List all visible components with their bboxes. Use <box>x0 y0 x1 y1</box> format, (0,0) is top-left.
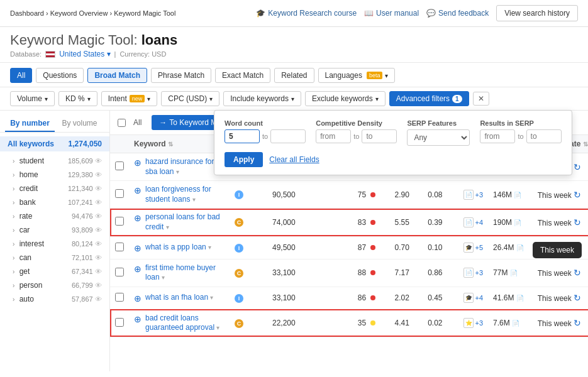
kd-filter-dropdown[interactable]: KD % <box>58 91 97 106</box>
row-checkbox[interactable] <box>115 161 124 170</box>
keyword-expand-icon[interactable]: ▾ <box>166 224 169 231</box>
all-keywords-row[interactable]: All keywords 1,274,050 <box>0 136 109 151</box>
chevron-down-icon <box>209 94 213 103</box>
chevron-down-icon <box>291 94 294 103</box>
eye-icon[interactable]: 👁 <box>95 185 102 192</box>
sidebar-item-rate[interactable]: › rate 94,476 👁 <box>0 209 109 223</box>
include-keywords-dropdown[interactable]: Include keywords <box>223 91 301 106</box>
select-all-checkbox[interactable] <box>118 119 126 127</box>
sidebar-tab-by-volume[interactable]: By volume <box>55 116 104 132</box>
results-to-input[interactable] <box>526 129 562 143</box>
tab-phrase-match[interactable]: Phrase Match <box>151 68 211 83</box>
row-checkbox[interactable] <box>115 293 124 302</box>
country-selector[interactable]: United States ▾ <box>59 50 110 58</box>
refresh-update-icon[interactable]: ↻ <box>574 318 581 328</box>
sf-plus-icon[interactable]: +3 <box>475 269 483 276</box>
sf-plus-icon[interactable]: +4 <box>475 219 483 226</box>
sidebar-item-interest[interactable]: › interest 80,124 👁 <box>0 237 109 251</box>
keyword-expand-icon[interactable]: ▾ <box>216 324 219 331</box>
keyword-link[interactable]: hazard insurance for sba loan <box>145 157 214 176</box>
row-checkbox[interactable] <box>115 268 124 276</box>
user-manual-link[interactable]: 📖 User manual <box>364 9 419 18</box>
cpc-filter-dropdown[interactable]: CPC (USD) <box>161 91 219 106</box>
keyword-link[interactable]: loan forgiveness for student loans <box>145 185 211 204</box>
keyword-expand-icon[interactable]: ▾ <box>162 274 165 281</box>
keyword-link[interactable]: personal loans for bad credit <box>145 212 220 231</box>
sort-icon[interactable]: ⇅ <box>583 141 588 148</box>
refresh-update-icon[interactable]: ↻ <box>574 243 581 253</box>
add-keyword-icon[interactable]: ⊕ <box>134 264 141 274</box>
results-from-input[interactable] <box>480 129 515 143</box>
refresh-update-icon[interactable]: ↻ <box>574 268 581 278</box>
refresh-update-icon[interactable]: ↻ <box>574 293 581 303</box>
eye-icon[interactable]: 👁 <box>95 254 102 261</box>
keyword-expand-icon[interactable]: ▾ <box>192 196 196 203</box>
refresh-update-icon[interactable]: ↻ <box>574 217 581 227</box>
add-keyword-icon[interactable]: ⊕ <box>134 213 141 223</box>
sf-plus-icon[interactable]: +3 <box>475 191 483 199</box>
view-search-history-button[interactable]: View search history <box>496 5 578 21</box>
sidebar-tab-by-number[interactable]: By number <box>5 116 55 132</box>
eye-icon[interactable]: 👁 <box>95 157 102 165</box>
intent-filter-dropdown[interactable]: Intent new <box>101 91 158 106</box>
eye-icon[interactable]: 👁 <box>95 268 102 275</box>
tab-related[interactable]: Related <box>274 68 314 83</box>
eye-icon[interactable]: 👁 <box>95 295 102 303</box>
sidebar-item-bank[interactable]: › bank 107,241 👁 <box>0 195 109 209</box>
row-checkbox[interactable] <box>115 217 124 226</box>
refresh-update-icon[interactable]: ↻ <box>574 162 581 172</box>
eye-icon[interactable]: 👁 <box>95 240 102 248</box>
eye-icon[interactable]: 👁 <box>95 199 102 206</box>
sidebar-item-get[interactable]: › get 67,341 👁 <box>0 265 109 278</box>
sidebar-item-home[interactable]: › home 129,380 👁 <box>0 168 109 182</box>
eye-icon[interactable]: 👁 <box>95 212 102 220</box>
sort-icon[interactable]: ⇅ <box>168 141 173 148</box>
keyword-link[interactable]: what is an fha loan <box>145 293 208 302</box>
sidebar-item-can[interactable]: › can 72,101 👁 <box>0 251 109 265</box>
cd-from-input[interactable] <box>316 129 351 143</box>
keyword-research-link[interactable]: 🎓 Keyword Research course <box>256 9 357 18</box>
add-keyword-icon[interactable]: ⊕ <box>134 314 141 324</box>
eye-icon[interactable]: 👁 <box>95 226 102 234</box>
row-checkbox[interactable] <box>115 243 124 251</box>
keyword-link[interactable]: bad credit loans guaranteed approval <box>145 314 214 332</box>
keyword-expand-icon[interactable]: ▾ <box>176 168 179 175</box>
add-keyword-icon[interactable]: ⊕ <box>134 158 141 168</box>
word-count-from-input[interactable] <box>225 129 260 143</box>
keyword-expand-icon[interactable]: ▾ <box>208 244 211 251</box>
add-keyword-icon[interactable]: ⊕ <box>134 293 141 303</box>
keyword-link[interactable]: what is a ppp loan <box>145 243 206 251</box>
cd-to-input[interactable] <box>362 129 397 143</box>
sidebar-item-auto[interactable]: › auto 57,867 👁 <box>0 292 109 306</box>
sidebar-item-person[interactable]: › person 66,799 👁 <box>0 278 109 292</box>
sf-plus-icon[interactable]: +3 <box>475 319 483 327</box>
keyword-expand-icon[interactable]: ▾ <box>210 294 213 301</box>
sidebar-item-credit[interactable]: › credit 121,340 👁 <box>0 182 109 195</box>
add-keyword-icon[interactable]: ⊕ <box>134 185 141 195</box>
row-checkbox[interactable] <box>115 318 124 327</box>
clear-all-fields-button[interactable]: Clear all Fields <box>269 155 319 164</box>
languages-dropdown[interactable]: Languages beta <box>318 68 396 83</box>
send-feedback-link[interactable]: 💬 Send feedback <box>426 9 489 18</box>
add-keyword-icon[interactable]: ⊕ <box>134 243 141 253</box>
sidebar-item-student[interactable]: › student 185,609 👁 <box>0 154 109 168</box>
tab-all[interactable]: All <box>10 68 32 83</box>
advanced-filters-button[interactable]: Advanced filters 1 <box>389 91 469 106</box>
tab-questions[interactable]: Questions <box>36 68 84 83</box>
refresh-update-icon[interactable]: ↻ <box>574 190 581 200</box>
sf-plus-icon[interactable]: +5 <box>475 244 483 251</box>
eye-icon[interactable]: 👁 <box>95 171 102 178</box>
sidebar-item-car[interactable]: › car 93,809 👁 <box>0 223 109 237</box>
sf-plus-icon[interactable]: +4 <box>475 294 483 302</box>
tab-exact-match[interactable]: Exact Match <box>215 68 270 83</box>
apply-button[interactable]: Apply <box>225 152 263 167</box>
tab-broad-match[interactable]: Broad Match <box>87 68 147 83</box>
serp-features-select[interactable]: Any <box>407 129 470 146</box>
eye-icon[interactable]: 👁 <box>95 281 102 289</box>
keyword-link[interactable]: first time home buyer loan <box>145 263 216 282</box>
word-count-to-input[interactable] <box>270 129 306 143</box>
close-advanced-filters-button[interactable]: ✕ <box>473 92 489 106</box>
row-checkbox[interactable] <box>115 189 124 198</box>
exclude-keywords-dropdown[interactable]: Exclude keywords <box>305 91 386 106</box>
volume-filter-dropdown[interactable]: Volume <box>10 91 55 106</box>
